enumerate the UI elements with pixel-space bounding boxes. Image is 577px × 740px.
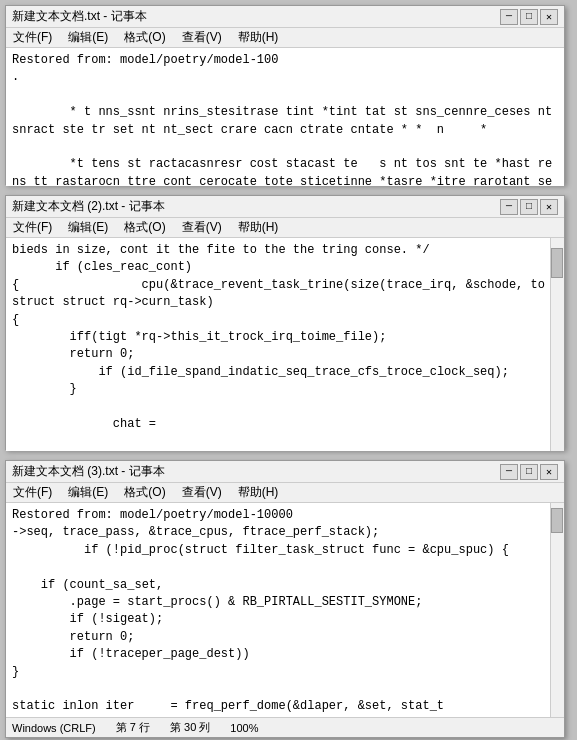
window-title-3: 新建文本文档 (3).txt - 记事本 (12, 463, 165, 480)
menu-view-1[interactable]: 查看(V) (179, 28, 225, 47)
window-controls-1: ─ □ ✕ (500, 9, 558, 25)
scrollbar-thumb-2[interactable] (551, 248, 563, 278)
window-1: 新建文本文档.txt - 记事本 ─ □ ✕ 文件(F) 编辑(E) 格式(O)… (5, 5, 565, 185)
window-3: 新建文本文档 (3).txt - 记事本 ─ □ ✕ 文件(F) 编辑(E) 格… (5, 460, 565, 738)
scrollbar-3[interactable] (550, 503, 564, 719)
window-2: 新建文本文档 (2).txt - 记事本 ─ □ ✕ 文件(F) 编辑(E) 格… (5, 195, 565, 450)
menu-bar-2: 文件(F) 编辑(E) 格式(O) 查看(V) 帮助(H) (6, 218, 564, 238)
minimize-button-1[interactable]: ─ (500, 9, 518, 25)
window-title-2: 新建文本文档 (2).txt - 记事本 (12, 198, 165, 215)
menu-file-2[interactable]: 文件(F) (10, 218, 55, 237)
title-bar-2: 新建文本文档 (2).txt - 记事本 ─ □ ✕ (6, 196, 564, 218)
content-area-2[interactable]: bieds in size, cont it the fite to the t… (6, 238, 564, 451)
status-encoding: Windows (CRLF) (12, 722, 96, 734)
menu-help-2[interactable]: 帮助(H) (235, 218, 282, 237)
maximize-button-2[interactable]: □ (520, 199, 538, 215)
maximize-button-1[interactable]: □ (520, 9, 538, 25)
menu-view-3[interactable]: 查看(V) (179, 483, 225, 502)
maximize-button-3[interactable]: □ (520, 464, 538, 480)
menu-edit-3[interactable]: 编辑(E) (65, 483, 111, 502)
status-line: 第 7 行 (116, 720, 150, 735)
menu-edit-2[interactable]: 编辑(E) (65, 218, 111, 237)
title-bar-3: 新建文本文档 (3).txt - 记事本 ─ □ ✕ (6, 461, 564, 483)
status-bar-3: Windows (CRLF) 第 7 行 第 30 列 100% (6, 717, 564, 737)
close-button-1[interactable]: ✕ (540, 9, 558, 25)
menu-format-1[interactable]: 格式(O) (121, 28, 168, 47)
window-title-1: 新建文本文档.txt - 记事本 (12, 8, 147, 25)
scrollbar-thumb-3[interactable] (551, 508, 563, 533)
minimize-button-3[interactable]: ─ (500, 464, 518, 480)
menu-file-3[interactable]: 文件(F) (10, 483, 55, 502)
content-area-1[interactable]: Restored from: model/poetry/model-100 . … (6, 48, 564, 186)
content-area-3[interactable]: Restored from: model/poetry/model-10000 … (6, 503, 564, 719)
menu-view-2[interactable]: 查看(V) (179, 218, 225, 237)
menu-bar-1: 文件(F) 编辑(E) 格式(O) 查看(V) 帮助(H) (6, 28, 564, 48)
menu-file-1[interactable]: 文件(F) (10, 28, 55, 47)
window-controls-2: ─ □ ✕ (500, 199, 558, 215)
menu-help-3[interactable]: 帮助(H) (235, 483, 282, 502)
title-bar-1: 新建文本文档.txt - 记事本 ─ □ ✕ (6, 6, 564, 28)
scrollbar-2[interactable] (550, 238, 564, 451)
status-col: 第 30 列 (170, 720, 210, 735)
close-button-2[interactable]: ✕ (540, 199, 558, 215)
close-button-3[interactable]: ✕ (540, 464, 558, 480)
menu-format-2[interactable]: 格式(O) (121, 218, 168, 237)
menu-edit-1[interactable]: 编辑(E) (65, 28, 111, 47)
minimize-button-2[interactable]: ─ (500, 199, 518, 215)
menu-format-3[interactable]: 格式(O) (121, 483, 168, 502)
window-controls-3: ─ □ ✕ (500, 464, 558, 480)
menu-bar-3: 文件(F) 编辑(E) 格式(O) 查看(V) 帮助(H) (6, 483, 564, 503)
menu-help-1[interactable]: 帮助(H) (235, 28, 282, 47)
status-zoom: 100% (230, 722, 258, 734)
